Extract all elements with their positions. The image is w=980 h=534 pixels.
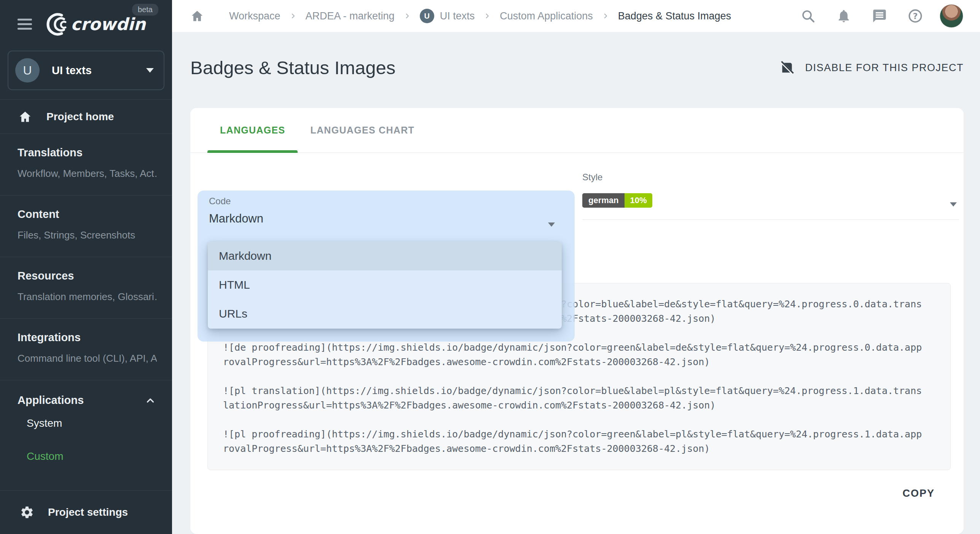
section-subtitle: Files, Strings, Screenshots	[18, 229, 157, 241]
search-icon[interactable]	[800, 8, 816, 24]
chevron-down-icon	[950, 202, 957, 207]
sidebar-item-applications[interactable]: Applications	[0, 394, 172, 407]
code-select[interactable]: Code Markdown	[198, 191, 575, 242]
chevron-right-icon	[290, 13, 296, 19]
sidebar-item-resources[interactable]: Resources Translation memories, Glossari…	[0, 257, 172, 318]
disable-for-project-button[interactable]: DISABLE FOR THIS PROJECT	[780, 60, 964, 75]
user-avatar[interactable]	[940, 4, 963, 28]
flag-off-icon	[780, 60, 794, 75]
disable-button-label: DISABLE FOR THIS PROJECT	[805, 62, 964, 74]
sidebar-group-applications: Applications System Custom	[0, 380, 172, 490]
breadcrumb-custom-applications[interactable]: Custom Applications	[500, 10, 593, 22]
breadcrumb-project-label: UI texts	[440, 10, 475, 22]
copy-button[interactable]: COPY	[896, 483, 942, 504]
topbar: Workspace ARDEA - marketing U UI texts C…	[172, 0, 980, 32]
sidebar-item-translations[interactable]: Translations Workflow, Members, Tasks, A…	[0, 134, 172, 195]
chevron-right-icon	[602, 13, 609, 19]
breadcrumb-project[interactable]: U UI texts	[420, 9, 475, 23]
chevron-right-icon	[213, 13, 220, 19]
dropdown-option-html[interactable]: HTML	[208, 270, 562, 299]
sidebar-item-integrations[interactable]: Integrations Command line tool (CLI), AP…	[0, 319, 172, 380]
section-subtitle: Translation memories, Glossari…	[18, 291, 157, 303]
logo-text: crowdin	[71, 14, 146, 34]
notifications-bell-icon[interactable]	[836, 8, 851, 24]
messages-chat-icon[interactable]	[872, 8, 887, 24]
svg-text:?: ?	[913, 11, 918, 21]
code-select-dropdown-menu: Markdown HTML URLs	[208, 242, 562, 329]
tabbar: LANGUAGES LANGUAGES CHART	[190, 108, 964, 153]
style-select-value: german 10%	[582, 193, 652, 208]
beta-badge: beta	[132, 4, 158, 16]
sidebar: crowdin beta U UI texts Project home Tra…	[0, 0, 172, 534]
badge-snippet: ![pl proofreading](https://img.shields.i…	[223, 427, 925, 456]
chevron-right-icon	[404, 13, 411, 19]
breadcrumb-organization[interactable]: ARDEA - marketing	[306, 10, 395, 22]
section-subtitle: Command line tool (CLI), API, A…	[18, 353, 157, 364]
sidebar-item-content[interactable]: Content Files, Strings, Screenshots	[0, 195, 172, 257]
sidebar-item-custom[interactable]: Custom	[0, 440, 172, 473]
menu-hamburger-icon[interactable]	[18, 16, 33, 32]
home-icon	[18, 110, 32, 124]
tab-languages-chart[interactable]: LANGUAGES CHART	[298, 108, 427, 153]
breadcrumb-current-page: Badges & Status Images	[618, 10, 731, 22]
home-icon[interactable]	[190, 9, 204, 23]
code-select-label: Code	[209, 196, 231, 207]
chevron-down-icon	[548, 222, 555, 227]
help-icon[interactable]: ?	[908, 8, 923, 24]
section-title: Translations	[18, 146, 157, 159]
project-avatar: U	[15, 58, 40, 83]
style-select[interactable]: Style german 10%	[582, 172, 959, 220]
shields-badge-preview: german 10%	[582, 193, 652, 208]
sidebar-item-project-home[interactable]: Project home	[0, 100, 172, 134]
chevron-right-icon	[484, 13, 491, 19]
chevron-up-icon	[145, 395, 156, 406]
badge-label: german	[582, 193, 625, 208]
breadcrumb-workspace[interactable]: Workspace	[229, 10, 280, 22]
gear-icon	[20, 505, 34, 520]
sidebar-item-system[interactable]: System	[0, 407, 172, 440]
code-select-focus-overlay: Code Markdown Markdown HTML URLs	[198, 191, 575, 342]
style-select-label: Style	[582, 172, 959, 183]
dropdown-option-markdown[interactable]: Markdown	[208, 242, 562, 270]
tab-languages[interactable]: LANGUAGES	[207, 108, 298, 153]
crowdin-logo[interactable]: crowdin	[44, 13, 153, 36]
sidebar-item-label: Project home	[46, 111, 114, 123]
badge-value: 10%	[625, 193, 652, 208]
project-avatar: U	[420, 9, 434, 23]
page-header: Badges & Status Images DISABLE FOR THIS …	[190, 57, 964, 78]
dropdown-option-urls[interactable]: URLs	[208, 299, 562, 328]
section-title: Integrations	[18, 331, 157, 344]
sidebar-item-label: Project settings	[48, 506, 128, 518]
badge-snippet: ![pl translation](https://img.shields.io…	[223, 384, 925, 413]
badge-snippet: ![de proofreading](https://img.shields.i…	[223, 340, 925, 369]
chevron-down-icon	[146, 68, 154, 73]
section-title: Applications	[18, 394, 84, 407]
section-title: Content	[18, 208, 157, 221]
sidebar-header: crowdin beta	[0, 0, 172, 48]
page-title: Badges & Status Images	[190, 57, 395, 78]
section-title: Resources	[18, 270, 157, 282]
project-name: UI texts	[52, 64, 92, 77]
sidebar-item-project-settings[interactable]: Project settings	[0, 491, 172, 534]
project-selector[interactable]: U UI texts	[8, 51, 164, 90]
code-select-value: Markdown	[209, 212, 263, 226]
section-subtitle: Workflow, Members, Tasks, Act…	[18, 168, 157, 180]
